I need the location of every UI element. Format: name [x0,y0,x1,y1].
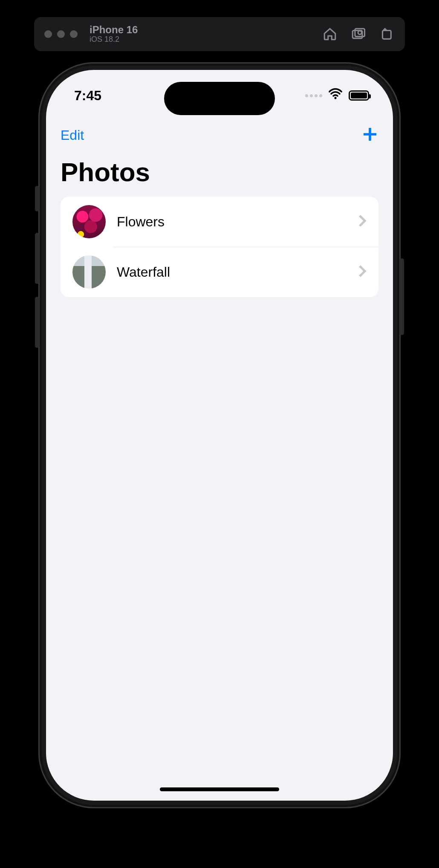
side-button-volume-up[interactable] [35,233,39,284]
page-title: Photos [46,147,393,197]
list-item-label: Waterfall [117,264,358,280]
nav-bar: Edit [46,121,393,147]
window-close-dot[interactable] [44,30,52,38]
device-frame: 7:45 Edit Photos [38,62,401,808]
chevron-right-icon [358,265,367,279]
wifi-icon [328,87,343,104]
rotate-icon[interactable] [378,26,395,43]
svg-point-2 [358,31,362,35]
screenshot-icon[interactable] [349,26,367,43]
plus-icon [361,126,378,143]
side-button-power[interactable] [400,258,404,335]
home-indicator[interactable] [160,787,279,791]
device-screen: 7:45 Edit Photos [46,70,393,801]
simulator-os-version: iOS 18.2 [90,35,138,44]
svg-point-4 [334,97,336,99]
home-icon[interactable] [321,26,338,43]
window-zoom-dot[interactable] [70,30,78,38]
list-item-flowers[interactable]: Flowers [61,197,378,247]
photos-list: Flowers Waterfall [61,197,378,297]
window-minimize-dot[interactable] [57,30,65,38]
thumbnail-waterfall [72,255,106,289]
device-wrapper: 7:45 Edit Photos [38,62,401,808]
svg-rect-3 [383,31,391,39]
list-item-label: Flowers [117,214,358,230]
dynamic-island [164,82,275,115]
battery-icon [349,90,369,101]
status-time: 7:45 [74,88,101,104]
side-button-action[interactable] [35,186,39,211]
edit-button[interactable]: Edit [61,127,84,143]
thumbnail-flowers [72,205,106,238]
simulator-bar: iPhone 16 iOS 18.2 [34,17,405,51]
chevron-right-icon [358,214,367,229]
add-button[interactable] [361,126,378,145]
simulator-title-block: iPhone 16 iOS 18.2 [90,24,138,44]
side-button-volume-down[interactable] [35,297,39,348]
cellular-dots-icon [305,94,322,97]
list-item-waterfall[interactable]: Waterfall [61,247,378,297]
window-traffic-lights [44,30,78,38]
simulator-device-name: iPhone 16 [90,24,138,35]
